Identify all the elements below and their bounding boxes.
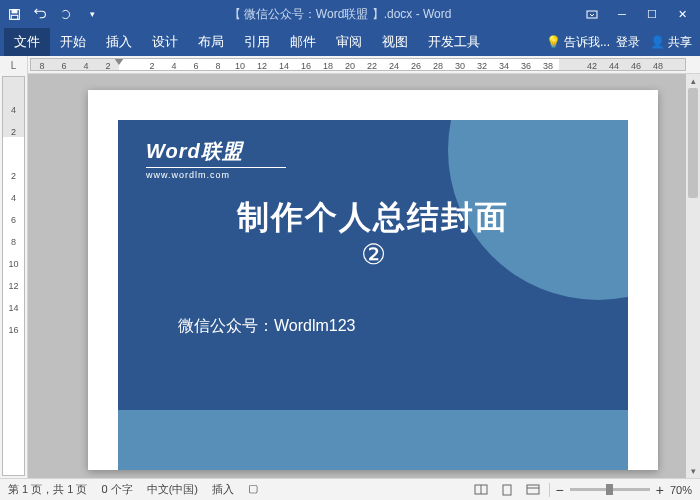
macro-record-icon[interactable]: ▢ — [248, 482, 258, 497]
ruler-tick: 6 — [185, 59, 207, 70]
ruler-tick: 34 — [493, 59, 515, 70]
ruler-tick: 4 — [163, 59, 185, 70]
status-right: − + 70% — [471, 482, 692, 498]
ruler-tick: 16 — [3, 319, 24, 341]
status-left: 第 1 页，共 1 页 0 个字 中文(中国) 插入 ▢ — [8, 482, 258, 497]
ribbon-options-button[interactable] — [578, 3, 606, 25]
scroll-up-icon[interactable]: ▴ — [686, 74, 700, 88]
tab-dev[interactable]: 开发工具 — [418, 28, 490, 56]
page-count[interactable]: 第 1 页，共 1 页 — [8, 482, 87, 497]
web-layout-button[interactable] — [523, 482, 543, 498]
tabs-right: 💡告诉我... 登录 👤共享 — [546, 34, 696, 51]
ruler-tick: 18 — [317, 59, 339, 70]
tab-file[interactable]: 文件 — [4, 28, 50, 56]
word-count[interactable]: 0 个字 — [101, 482, 132, 497]
ruler-tick: 12 — [251, 59, 273, 70]
tab-mailings[interactable]: 邮件 — [280, 28, 326, 56]
titlebar: ▾ 【 微信公众号：Word联盟 】.docx - Word ─ ☐ ✕ — [0, 0, 700, 28]
ruler-tick: 10 — [3, 253, 24, 275]
insert-mode[interactable]: 插入 — [212, 482, 234, 497]
ruler-tick: 8 — [207, 59, 229, 70]
ruler-tick — [559, 59, 581, 70]
login-button[interactable]: 登录 — [616, 34, 640, 51]
ruler-tick: 44 — [603, 59, 625, 70]
decorative-bottom-bar — [118, 410, 628, 470]
horizontal-ruler[interactable]: 8642246810121416182022242628303234363842… — [30, 58, 686, 71]
tab-selector[interactable]: L — [0, 56, 28, 74]
svg-rect-6 — [503, 485, 511, 495]
zoom-slider[interactable] — [570, 488, 650, 491]
share-button[interactable]: 👤共享 — [646, 34, 696, 51]
ruler-tick: 22 — [361, 59, 383, 70]
ruler-tick: 32 — [471, 59, 493, 70]
zoom-out-button[interactable]: − — [556, 482, 564, 498]
ruler-tick — [3, 143, 24, 165]
ruler-tick: 42 — [581, 59, 603, 70]
undo-button[interactable] — [30, 4, 50, 24]
ruler-tick: 20 — [339, 59, 361, 70]
logo-url: www.wordlm.com — [146, 170, 286, 180]
redo-button[interactable] — [56, 4, 76, 24]
ruler-tick: 14 — [273, 59, 295, 70]
divider — [549, 483, 550, 497]
cover-number: ② — [118, 238, 628, 271]
ruler-tick: 6 — [53, 59, 75, 70]
tell-me-search[interactable]: 💡告诉我... — [546, 34, 610, 51]
ruler-tick: 10 — [229, 59, 251, 70]
document-canvas[interactable]: Word联盟 www.wordlm.com 制作个人总结封面 ② 微信公众号：W… — [28, 74, 700, 478]
vertical-scrollbar[interactable]: ▴ ▾ — [686, 74, 700, 478]
tab-view[interactable]: 视图 — [372, 28, 418, 56]
language-status[interactable]: 中文(中国) — [147, 482, 198, 497]
maximize-button[interactable]: ☐ — [638, 3, 666, 25]
ruler-tick: 8 — [31, 59, 53, 70]
window-controls: ─ ☐ ✕ — [578, 3, 696, 25]
ruler-tick: 4 — [3, 187, 24, 209]
close-button[interactable]: ✕ — [668, 3, 696, 25]
logo-text: Word联盟 — [146, 138, 286, 165]
ruler-tick: 30 — [449, 59, 471, 70]
ruler-tick: 12 — [3, 275, 24, 297]
horizontal-ruler-row: L 86422468101214161820222426283032343638… — [0, 56, 700, 74]
ruler-tick: 2 — [3, 165, 24, 187]
document-title: 【 微信公众号：Word联盟 】.docx - Word — [102, 6, 578, 23]
ruler-tick: 4 — [3, 99, 24, 121]
scroll-down-icon[interactable]: ▾ — [686, 464, 700, 478]
svg-rect-1 — [12, 9, 17, 12]
ruler-tick: 2 — [141, 59, 163, 70]
svg-rect-7 — [527, 485, 539, 494]
minimize-button[interactable]: ─ — [608, 3, 636, 25]
tab-design[interactable]: 设计 — [142, 28, 188, 56]
ribbon-tabs: 文件 开始 插入 设计 布局 引用 邮件 审阅 视图 开发工具 💡告诉我... … — [0, 28, 700, 56]
cover-frame: Word联盟 www.wordlm.com 制作个人总结封面 ② 微信公众号：W… — [118, 120, 628, 470]
ruler-tick: 8 — [3, 231, 24, 253]
lightbulb-icon: 💡 — [546, 35, 561, 49]
svg-rect-2 — [11, 15, 18, 19]
read-mode-button[interactable] — [471, 482, 491, 498]
tab-layout[interactable]: 布局 — [188, 28, 234, 56]
statusbar: 第 1 页，共 1 页 0 个字 中文(中国) 插入 ▢ − + 70% — [0, 478, 700, 500]
zoom-level[interactable]: 70% — [670, 484, 692, 496]
ruler-tick: 4 — [75, 59, 97, 70]
tab-references[interactable]: 引用 — [234, 28, 280, 56]
zoom-slider-thumb[interactable] — [606, 484, 613, 495]
cover-wechat: 微信公众号：Wordlm123 — [178, 316, 356, 337]
ruler-tick: 6 — [3, 209, 24, 231]
ruler-tick: 36 — [515, 59, 537, 70]
vertical-ruler[interactable]: 42246810121416 — [2, 76, 25, 476]
ruler-tick: 14 — [3, 297, 24, 319]
print-layout-button[interactable] — [497, 482, 517, 498]
svg-rect-3 — [587, 11, 597, 18]
qat-customize-icon[interactable]: ▾ — [82, 4, 102, 24]
save-button[interactable] — [4, 4, 24, 24]
page[interactable]: Word联盟 www.wordlm.com 制作个人总结封面 ② 微信公众号：W… — [88, 90, 658, 470]
indent-marker-icon[interactable] — [114, 58, 124, 65]
vertical-ruler-column: 42246810121416 — [0, 74, 28, 478]
scrollbar-thumb[interactable] — [688, 88, 698, 198]
tab-review[interactable]: 审阅 — [326, 28, 372, 56]
tab-home[interactable]: 开始 — [50, 28, 96, 56]
workspace: 42246810121416 Word联盟 www.wordlm.com 制作个… — [0, 74, 700, 478]
zoom-in-button[interactable]: + — [656, 482, 664, 498]
quick-access-toolbar: ▾ — [4, 4, 102, 24]
tab-insert[interactable]: 插入 — [96, 28, 142, 56]
ruler-tick: 46 — [625, 59, 647, 70]
